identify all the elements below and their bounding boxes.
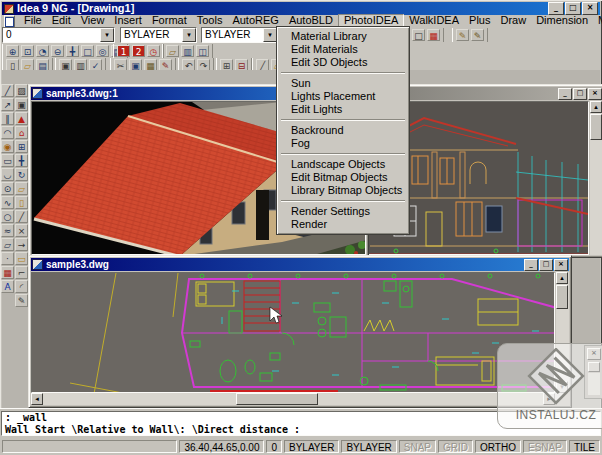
menu-plus[interactable]: Plus (464, 14, 495, 27)
multiline-icon[interactable]: ∥ (1, 112, 14, 125)
revision-cloud-icon[interactable]: ≈ (1, 224, 14, 237)
linetype-combo[interactable]: BYLAYER ▾ (201, 27, 278, 43)
menu-insert[interactable]: Insert (109, 14, 147, 27)
plan-horizontal-scrollbar[interactable]: ◂ ▸ (31, 393, 555, 405)
menu-item-backround[interactable]: Backround (279, 124, 407, 137)
menu-format[interactable]: Format (147, 14, 192, 27)
text-icon[interactable]: A (1, 280, 14, 293)
mirror-icon[interactable]: ▲ (15, 112, 28, 125)
point-icon[interactable]: · (1, 252, 14, 265)
floor-manager-icon[interactable]: ▱ (166, 45, 179, 57)
menu-item-material-library[interactable]: Material Library (279, 30, 407, 43)
status-color[interactable]: BYLAYER (284, 440, 339, 453)
menu-tools[interactable]: Tools (192, 14, 228, 27)
scroll-up-icon[interactable]: ▴ (590, 101, 602, 113)
layer-manager-icon[interactable]: ▥ (181, 45, 194, 57)
stretch-icon[interactable]: ▯ (15, 196, 28, 209)
trim-icon[interactable]: × (15, 224, 28, 237)
menu-item-edit-bitmap-objects[interactable]: Edit Bitmap Objects (279, 171, 407, 184)
pan-icon[interactable]: ╋ (66, 45, 79, 57)
extend-icon[interactable]: → (15, 238, 28, 251)
plan-window[interactable]: sample3.dwg _ □ × (28, 255, 572, 408)
sketch-pen2-icon[interactable]: ✎ (471, 29, 484, 41)
spline-icon[interactable]: ∿ (1, 196, 14, 209)
layer-state-2-icon[interactable]: 2 (132, 45, 145, 57)
zoom-window-icon[interactable]: ⊡ (21, 45, 34, 57)
menu-item-fog[interactable]: Fog (279, 137, 407, 150)
frame-icon[interactable]: □ (412, 29, 425, 41)
menu-file[interactable]: File (19, 14, 47, 27)
zoom-extents-icon[interactable]: □ (81, 45, 94, 57)
toggle-ortho[interactable]: ORTHO (475, 440, 521, 453)
menu-dimension[interactable]: Dimension (531, 14, 593, 27)
menu-item-edit-lights[interactable]: Edit Lights (279, 103, 407, 116)
home-icon[interactable]: ⌂ (15, 126, 28, 139)
menu-item-lights-placement[interactable]: Lights Placement (279, 90, 407, 103)
array-icon[interactable]: ⊞ (15, 140, 28, 153)
chevron-down-icon[interactable]: ▾ (182, 28, 196, 42)
ellipse-icon[interactable]: ○ (1, 210, 14, 223)
menu-walkidea[interactable]: WalkIDEA (404, 14, 464, 27)
polyline-icon[interactable]: ↗ (1, 98, 14, 111)
erase-icon[interactable]: ▨ (15, 84, 28, 97)
menu-item-sun[interactable]: Sun (279, 77, 407, 90)
break-icon[interactable]: ▭ (15, 252, 28, 265)
menu-item-landscape-objects[interactable]: Landscape Objects (279, 158, 407, 171)
menu-item-render[interactable]: Render (279, 218, 407, 231)
minimize-icon[interactable]: _ (558, 88, 572, 100)
zoom-dynamic-icon[interactable]: ◔ (36, 45, 49, 57)
menu-item-render-settings[interactable]: Render Settings (279, 205, 407, 218)
maximize-icon[interactable]: □ (539, 259, 553, 271)
toggle-snap[interactable]: SNAP (399, 440, 436, 453)
layer-combo[interactable]: 0 ▾ (2, 27, 115, 43)
toggle-tile[interactable]: TILE (569, 440, 600, 453)
polyline-edit-icon[interactable]: ✎ (15, 294, 28, 307)
menu-edit[interactable]: Edit (47, 14, 76, 27)
minimize-icon[interactable]: _ (524, 259, 538, 271)
menu-modify[interactable]: Modify (593, 14, 602, 27)
donut-icon[interactable]: ◉ (1, 140, 14, 153)
rectangle-icon[interactable]: ▭ (1, 154, 14, 167)
arc-3point-icon[interactable]: ◡ (1, 168, 14, 181)
aerial-view-icon[interactable]: ◎ (96, 45, 109, 57)
maximize-icon[interactable]: □ (573, 88, 587, 100)
menu-draw[interactable]: Draw (495, 14, 531, 27)
plan-window-titlebar[interactable]: sample3.dwg _ □ × (31, 258, 569, 271)
menu-item-edit-materials[interactable]: Edit Materials (279, 43, 407, 56)
circle-icon[interactable]: ⊙ (1, 182, 14, 195)
scrollbar-thumb[interactable] (556, 285, 568, 309)
erase-frame-icon[interactable]: ▦ (427, 29, 440, 41)
toggle-esnap[interactable]: ESNAP (523, 440, 567, 453)
arc-icon[interactable]: ◠ (1, 126, 14, 139)
scroll-left-icon[interactable]: ◂ (31, 393, 43, 405)
zoom-realtime-icon[interactable]: ⊕ (6, 45, 19, 57)
chevron-down-icon[interactable]: ▾ (263, 28, 277, 42)
scrollbar-thumb[interactable] (590, 114, 602, 140)
plan-drawing-canvas[interactable] (31, 272, 555, 393)
color-combo[interactable]: BYLAYER ▾ (120, 27, 197, 43)
copy-object-icon[interactable]: ▣ (15, 98, 28, 111)
region-icon[interactable]: ▱ (1, 238, 14, 251)
menu-item-edit-3d-objects[interactable]: Edit 3D Objects (279, 56, 407, 69)
move-icon[interactable]: ╋ (15, 154, 28, 167)
zoom-out-icon[interactable]: ⊖ (51, 45, 64, 57)
chevron-down-icon[interactable]: ▾ (100, 28, 114, 42)
scrollbar-thumb[interactable] (236, 393, 318, 405)
rotate-icon[interactable]: ↻ (15, 168, 28, 181)
status-linetype[interactable]: BYLAYER (341, 440, 396, 453)
toggle-grid[interactable]: GRID (438, 440, 473, 453)
scroll-up-icon[interactable]: ▴ (556, 272, 568, 284)
close-icon[interactable]: × (554, 259, 568, 271)
sketch-pen-icon[interactable]: ✎ (456, 29, 469, 41)
menu-view[interactable]: View (76, 14, 110, 27)
hatch-icon[interactable]: ▦ (1, 266, 14, 279)
scale-icon[interactable]: ▱ (15, 182, 28, 195)
layer-state-1-icon[interactable]: 1 (117, 45, 130, 57)
close-icon[interactable]: × (588, 88, 602, 100)
line-icon[interactable]: ╱ (1, 84, 14, 97)
tile-windows-icon[interactable]: ◫ (196, 45, 209, 57)
fillet-icon[interactable]: ◜ (15, 280, 28, 293)
menu-item-library-bitmap-objects[interactable]: Library Bitmap Objects (279, 184, 407, 197)
lengthen-icon[interactable]: ╱ (15, 210, 28, 223)
elevation-vertical-scrollbar[interactable]: ▴ (590, 101, 602, 255)
